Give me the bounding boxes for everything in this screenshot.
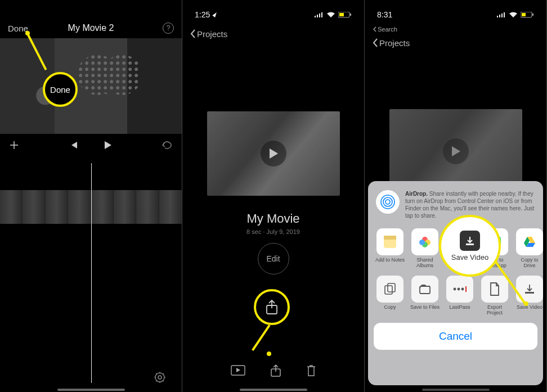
share-action-savevid[interactable]: Save Video [513, 276, 546, 316]
movie-title: My Movie [246, 211, 299, 226]
settings-button[interactable] [154, 371, 166, 384]
navbar-editor: Done My Movie 2 ? [0, 18, 182, 38]
share-action-lastpass[interactable]: LastPass [443, 276, 476, 316]
svg-rect-33 [388, 283, 395, 292]
svg-rect-38 [465, 286, 467, 292]
svg-rect-34 [420, 286, 430, 294]
thumbnail-play-icon [443, 138, 469, 164]
bottom-toolbar [182, 359, 364, 382]
add-clip-button[interactable] [9, 140, 19, 150]
project-title: My Movie 2 [68, 23, 114, 33]
screen-editor: Done My Movie 2 ? [0, 0, 182, 392]
share-sheet: AirDrop. Share instantly with people nea… [368, 181, 543, 385]
share-row-actions: CopySave to FilesLastPassExport ProjectS… [374, 272, 537, 319]
play-project-button[interactable] [231, 365, 245, 376]
share-action-export[interactable]: Export Project [478, 276, 511, 316]
lastpass-icon [446, 276, 473, 303]
share-action-label: Add to Notes [375, 258, 405, 263]
prev-button[interactable] [69, 141, 78, 149]
share-action-label: Save Video [517, 305, 542, 310]
airdrop-icon[interactable] [376, 190, 400, 214]
svg-rect-14 [501, 13, 503, 17]
svg-rect-23 [384, 236, 396, 240]
share-action-files[interactable]: Save to Files [409, 276, 441, 316]
svg-point-20 [383, 197, 392, 206]
play-button[interactable] [103, 141, 112, 150]
navbar-project: Projects [182, 24, 364, 44]
share-action-gdrive[interactable]: Copy to Drive [513, 228, 546, 269]
svg-rect-8 [350, 13, 351, 16]
share-action-label: LastPass [449, 305, 470, 310]
thumbnail-play-icon [261, 141, 286, 166]
undo-button[interactable] [162, 141, 173, 149]
search-back[interactable]: Search [365, 24, 546, 33]
home-indicator[interactable] [422, 389, 490, 391]
playhead[interactable] [91, 163, 92, 383]
share-action-label: Copy to Drive [514, 258, 545, 269]
share-action-label: Shared Albums [410, 258, 440, 269]
transport-bar [0, 134, 182, 156]
share-action-photos[interactable]: Shared Albums [409, 228, 441, 269]
video-preview[interactable] [0, 38, 182, 134]
svg-rect-13 [499, 15, 500, 17]
svg-rect-3 [317, 15, 318, 17]
share-row-apps: Add to NotesShared AlbumsDriveCopy to Wh… [374, 225, 537, 272]
clock: 8:31 [377, 10, 392, 19]
share-action-copy[interactable]: Copy [374, 276, 406, 316]
copy-icon [376, 276, 403, 303]
svg-point-37 [461, 287, 464, 290]
screen-project: 1:25 Projects My Movie 8 sec · July 9, 2… [182, 0, 365, 392]
home-indicator[interactable] [240, 389, 307, 391]
wifi-icon [509, 12, 518, 18]
share-action-drive[interactable]: Drive [443, 228, 476, 269]
svg-rect-32 [385, 286, 392, 294]
files-icon [411, 276, 438, 303]
svg-rect-17 [522, 13, 526, 16]
svg-rect-2 [315, 16, 316, 17]
cancel-button[interactable]: Cancel [374, 323, 537, 350]
svg-rect-4 [319, 13, 320, 17]
status-bar: 1:25 [182, 0, 364, 24]
gdrive-icon [516, 228, 543, 255]
battery-icon [521, 12, 534, 18]
wifi-icon [326, 12, 335, 18]
svg-point-19 [385, 200, 390, 204]
share-action-label: Save to Files [410, 305, 440, 310]
svg-point-35 [454, 287, 456, 290]
savevid-icon [516, 276, 543, 303]
photos-icon [411, 228, 438, 255]
svg-rect-18 [532, 13, 533, 16]
signal-icon [315, 12, 324, 18]
callout-share [254, 289, 290, 325]
drive-icon [446, 228, 473, 255]
delete-button[interactable] [306, 364, 316, 377]
share-action-label: Copy [384, 305, 396, 310]
back-button[interactable]: Projects [190, 29, 227, 39]
help-button[interactable]: ? [163, 22, 174, 34]
notes-icon [376, 228, 403, 255]
back-button[interactable]: Projects [373, 38, 410, 48]
project-thumbnail[interactable] [207, 111, 340, 196]
airdrop-text: AirDrop. Share instantly with people nea… [405, 190, 535, 219]
share-action-label: Drive [454, 258, 465, 263]
svg-rect-15 [504, 12, 505, 17]
svg-point-27 [419, 240, 425, 245]
svg-rect-11 [267, 305, 277, 314]
clock: 1:25 [195, 10, 218, 19]
movie-subtitle: 8 sec · July 9, 2019 [246, 228, 300, 235]
share-button[interactable] [270, 364, 281, 377]
battery-icon [338, 12, 352, 18]
svg-point-1 [158, 376, 162, 379]
home-indicator[interactable] [57, 389, 125, 391]
svg-point-36 [458, 287, 460, 290]
share-action-notes[interactable]: Add to Notes [374, 228, 406, 269]
share-action-label: Export Project [479, 305, 510, 316]
edit-button[interactable]: Edit [258, 243, 289, 274]
export-icon [481, 276, 508, 303]
whatsapp-icon [481, 228, 508, 255]
navbar-share: Projects [365, 33, 546, 53]
share-action-whatsapp[interactable]: Copy to WhatsApp [478, 228, 511, 269]
svg-rect-7 [339, 13, 344, 16]
status-bar: 8:31 [365, 0, 546, 24]
done-button[interactable]: Done [8, 24, 28, 33]
